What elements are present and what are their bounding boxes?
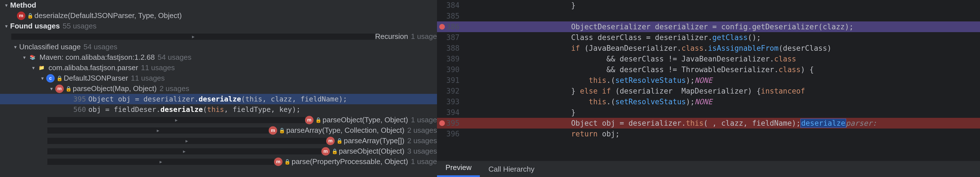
breakpoint-icon[interactable] (439, 120, 445, 126)
class-count: 11 usages (131, 74, 165, 83)
gutter-line-number: 384 (437, 1, 465, 10)
gutter-line-number: 394 (437, 108, 465, 117)
code-line-392[interactable]: 392 } else if (deserializer MapDeseriali… (437, 86, 980, 96)
chevron-right-icon[interactable] (11, 33, 375, 40)
code-preview-panel: 384 }385386 ObjectDeserializer deseriali… (437, 0, 980, 177)
code-line-387[interactable]: 387 Class deserClass = deserializer.getC… (437, 32, 980, 43)
tree-method-header[interactable]: Method (0, 0, 437, 10)
chevron-right-icon[interactable] (48, 138, 326, 144)
parseobj-o-count: 3 usages (407, 147, 437, 156)
chevron-down-icon[interactable] (20, 54, 28, 61)
chevron-down-icon[interactable] (2, 2, 10, 8)
lock-icon: 🔒 (284, 159, 290, 165)
recursion-label: Recursion (375, 32, 408, 41)
gutter-line-number: 387 (437, 33, 465, 42)
code-line-395[interactable]: 395 Object obj = deserializer.this( , cl… (437, 118, 980, 129)
chevron-down-icon[interactable] (11, 44, 19, 50)
tree-maven[interactable]: 📚 Maven: com.alibaba:fastjson:1.2.68 54 … (0, 52, 437, 62)
tree-pkg[interactable]: 📁 com.alibaba.fastjson.parser 11 usages (0, 62, 437, 73)
gutter-line-number: 390 (437, 65, 465, 74)
chevron-down-icon[interactable] (48, 86, 55, 92)
chevron-right-icon[interactable] (48, 148, 321, 155)
usage-395-text: 395Object obj = deserializer.deserialze(… (73, 95, 347, 103)
gutter-line-number: 395 (437, 119, 465, 128)
chevron-right-icon[interactable] (48, 159, 274, 165)
chevron-down-icon[interactable] (29, 65, 37, 71)
method-icon: m (55, 85, 64, 93)
lock-icon: 🔒 (27, 13, 33, 19)
method-sig-label: deserialze(DefaultJSONParser, Type, Obje… (34, 11, 182, 20)
usage-395[interactable]: 395Object obj = deserializer.deserialze(… (0, 94, 437, 104)
usage-560[interactable]: 560obj = fieldDeser.deserialze(this, fie… (0, 104, 437, 115)
tree-class[interactable]: c 🔒 DefaultJSONParser 11 usages (0, 73, 437, 83)
tree-found-usages[interactable]: Found usages 55 usages (0, 21, 437, 31)
breakpoint-icon[interactable] (439, 24, 445, 30)
code-line-391[interactable]: 391 this.(setResolveStatus);NONE (437, 75, 980, 86)
code-line-389[interactable]: 389 && deserClass != JavaBeanDeserialize… (437, 54, 980, 64)
code-line-393[interactable]: 393 this.(setResolveStatus);NONE (437, 96, 980, 107)
maven-label: Maven: com.alibaba:fastjson:1.2.68 (40, 53, 155, 62)
tree-method-parsearr-ta[interactable]: m 🔒 parseArray(Type[]) 2 usages (0, 136, 437, 146)
tab-call-hierarchy[interactable]: Call Hierarchy (480, 161, 543, 177)
tree-method-sig[interactable]: m 🔒 deserialze(DefaultJSONParser, Type, … (0, 10, 437, 21)
method-icon: m (326, 137, 335, 145)
code-area[interactable]: 384 }385386 ObjectDeserializer deseriali… (437, 0, 980, 161)
code-content: } else if (deserializer MapDeserializer)… (465, 87, 805, 95)
chevron-down-icon[interactable] (2, 23, 10, 29)
gutter-line-number: 391 (437, 76, 465, 85)
code-line-384[interactable]: 384 } (437, 0, 980, 11)
preview-tabs: Preview Call Hierarchy (437, 161, 980, 177)
parseobj-map-label: parseObject(Map, Object) (73, 84, 157, 93)
parseobj-o-label: parseObject(Object) (339, 147, 404, 156)
method-header-label: Method (10, 1, 36, 10)
code-content: && deserClass != ThrowableDeserializer.c… (465, 65, 814, 74)
parsearr-ta-label: parseArray(Type[]) (344, 136, 404, 145)
class-label: DefaultJSONParser (64, 74, 128, 83)
code-line-386[interactable]: 386 ObjectDeserializer deserializer = co… (437, 21, 980, 32)
parseobj-map-count: 2 usages (159, 84, 189, 93)
code-line-385[interactable]: 385 (437, 11, 980, 21)
tree-method-parsearr-tc[interactable]: m 🔒 parseArray(Type, Collection, Object)… (0, 125, 437, 136)
code-line-394[interactable]: 394 } (437, 107, 980, 118)
code-content: if (JavaBeanDeserializer.class.isAssigna… (465, 44, 831, 53)
code-content: Class deserClass = deserializer.getClass… (465, 33, 761, 42)
tree-method-parse-pp[interactable]: m 🔒 parse(PropertyProcessable, Object) 1… (0, 156, 437, 167)
tree-method-parseobj-o[interactable]: m 🔒 parseObject(Object) 3 usages (0, 146, 437, 156)
pkg-label: com.alibaba.fastjson.parser (48, 64, 138, 72)
usage-560-text: 560obj = fieldDeser.deserialze(this, fie… (73, 105, 301, 113)
tab-preview[interactable]: Preview (437, 160, 480, 177)
tree-unclassified[interactable]: Unclassified usage 54 usages (0, 42, 437, 52)
chevron-right-icon[interactable] (48, 117, 305, 123)
code-line-396[interactable]: 396 return obj; (437, 129, 980, 139)
lock-icon: 🔒 (336, 138, 342, 144)
lock-icon: 🔒 (332, 148, 337, 155)
method-icon: m (321, 147, 330, 156)
recursion-count: 1 usage (411, 32, 437, 41)
chevron-right-icon[interactable] (48, 128, 269, 134)
gutter-line-number: 393 (437, 97, 465, 106)
tree-method-parseobj-map[interactable]: m 🔒 parseObject(Map, Object) 2 usages (0, 83, 437, 94)
class-icon: c (46, 74, 55, 83)
tree-recursion[interactable]: Recursion 1 usage (0, 31, 437, 42)
code-content: this.(setResolveStatus);NONE (465, 97, 713, 106)
parseobj-type-label: parseObject(Type, Object) (323, 116, 408, 124)
code-content: } (465, 1, 576, 10)
chevron-down-icon[interactable] (38, 75, 46, 81)
parseobj-type-count: 1 usage (411, 116, 437, 124)
method-icon: m (269, 126, 277, 135)
found-usages-count: 55 usages (63, 22, 96, 30)
library-icon: 📚 (28, 53, 37, 62)
package-icon: 📁 (37, 64, 46, 72)
gutter-line-number: 392 (437, 87, 465, 95)
code-content: && deserClass != JavaBeanDeserializer.cl… (465, 55, 796, 63)
gutter-line-number: 386 (437, 22, 465, 31)
parse-pp-count: 1 usage (411, 157, 437, 166)
maven-count: 54 usages (158, 53, 191, 62)
tree-method-parseobj-type[interactable]: m 🔒 parseObject(Type, Object) 1 usage (0, 115, 437, 125)
lock-icon: 🔒 (315, 117, 321, 123)
code-line-388[interactable]: 388 if (JavaBeanDeserializer.class.isAss… (437, 43, 980, 54)
code-content: ObjectDeserializer deserializer = config… (465, 22, 854, 31)
gutter-line-number: 388 (437, 44, 465, 53)
gutter-line-number: 389 (437, 55, 465, 63)
code-line-390[interactable]: 390 && deserClass != ThrowableDeserializ… (437, 64, 980, 75)
